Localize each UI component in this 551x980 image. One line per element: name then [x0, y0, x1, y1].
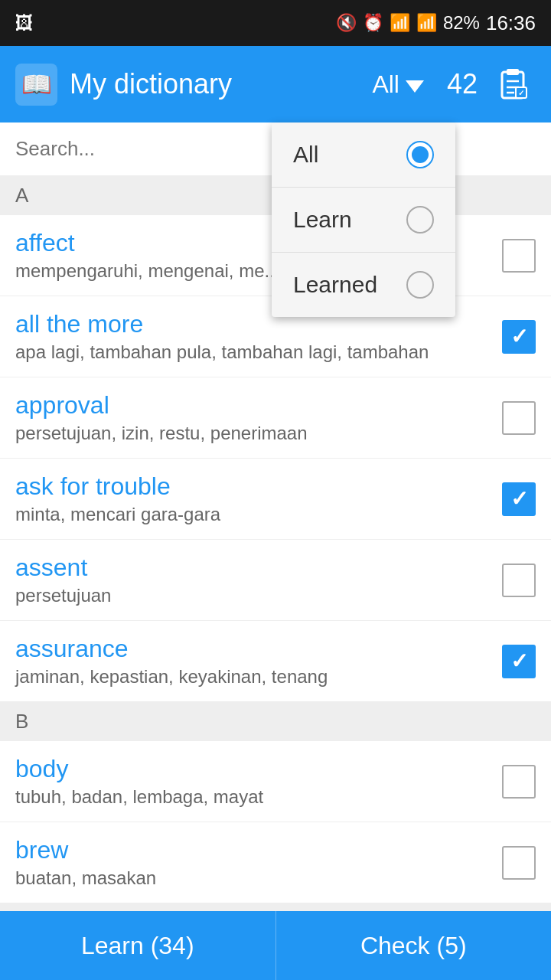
word-content: ask for trouble minta, mencari gara-gara [15, 472, 502, 525]
word-checkbox[interactable] [502, 564, 536, 597]
word-content: assurance jaminan, kepastian, keyakinan,… [15, 635, 502, 688]
radio-learn [406, 206, 434, 234]
word-translation: jaminan, kepastian, keyakinan, tenang [15, 666, 502, 688]
mute-icon: 🔇 [336, 13, 357, 33]
signal-icon: 📶 [416, 13, 437, 33]
clipboard-button[interactable]: ✓ [490, 61, 536, 107]
word-content: body tubuh, badan, lembaga, mayat [15, 755, 502, 808]
checkmark-icon: ✓ [510, 651, 528, 672]
word-title: assurance [15, 635, 502, 663]
radio-inner [412, 146, 429, 163]
clipboard-icon: ✓ [496, 67, 530, 101]
status-bar: 🖼 🔇 ⏰ 📶 📶 82% 16:36 [0, 0, 551, 46]
chevron-down-icon [406, 80, 424, 93]
radio-learned [406, 271, 434, 299]
word-title: assent [15, 554, 502, 582]
word-count: 42 [447, 68, 478, 100]
word-checkbox[interactable] [502, 846, 536, 880]
filter-label: All [372, 70, 399, 99]
wifi-icon: 📶 [390, 13, 410, 33]
word-content: assent persetujuan [15, 554, 502, 606]
check-button-label: Check (5) [360, 932, 467, 960]
status-left: 🖼 [15, 12, 34, 34]
filter-option-learned[interactable]: Learned [272, 253, 455, 317]
bottom-bar: Learn (34) Check (5) [0, 911, 551, 980]
word-translation: tubuh, badan, lembaga, mayat [15, 786, 502, 808]
word-checkbox[interactable] [502, 765, 536, 799]
list-item[interactable]: body tubuh, badan, lembaga, mayat [0, 741, 551, 822]
filter-learn-label: Learn [293, 207, 352, 233]
word-checkbox[interactable] [502, 401, 536, 435]
check-button[interactable]: Check (5) [276, 911, 552, 980]
learn-button-label: Learn (34) [81, 932, 194, 960]
svg-rect-1 [507, 69, 519, 75]
image-icon: 🖼 [15, 12, 34, 34]
word-title: approval [15, 391, 502, 420]
word-content: brew buatan, masakan [15, 836, 502, 889]
filter-learned-label: Learned [293, 272, 377, 298]
filter-all-label: All [293, 142, 318, 168]
filter-dropdown[interactable]: All [372, 70, 424, 99]
list-item[interactable]: approval persetujuan, izin, restu, pener… [0, 377, 551, 459]
word-title: ask for trouble [15, 472, 502, 501]
time-display: 16:36 [486, 11, 536, 35]
word-translation: apa lagi, tambahan pula, tambahan lagi, … [15, 341, 502, 363]
word-translation: persetujuan, izin, restu, penerimaan [15, 423, 502, 444]
section-header-b: B [0, 702, 551, 741]
word-translation: minta, mencari gara-gara [15, 504, 502, 525]
word-checkbox[interactable] [502, 239, 536, 273]
book-icon: 📖 [21, 70, 52, 99]
word-checkbox[interactable]: ✓ [502, 320, 536, 354]
alarm-icon: ⏰ [363, 13, 383, 33]
list-item[interactable]: brew buatan, masakan [0, 822, 551, 903]
filter-dropdown-menu[interactable]: All Learn Learned [272, 122, 455, 317]
status-right: 🔇 ⏰ 📶 📶 82% 16:36 [336, 11, 536, 35]
word-title: body [15, 755, 502, 783]
list-item[interactable]: assent persetujuan [0, 540, 551, 621]
battery-text: 82% [443, 12, 480, 34]
word-translation: buatan, masakan [15, 867, 502, 889]
word-title: brew [15, 836, 502, 864]
list-item[interactable]: ask for trouble minta, mencari gara-gara… [0, 459, 551, 540]
svg-text:✓: ✓ [518, 89, 524, 97]
filter-option-all[interactable]: All [272, 122, 455, 188]
checkmark-icon: ✓ [510, 326, 528, 348]
app-logo: 📖 [15, 64, 57, 106]
word-content: approval persetujuan, izin, restu, pener… [15, 391, 502, 444]
section-letter-b: B [15, 710, 28, 733]
word-checkbox[interactable]: ✓ [502, 645, 536, 678]
header: 📖 My dictionary All 42 ✓ [0, 46, 551, 122]
word-checkbox[interactable]: ✓ [502, 482, 536, 516]
section-letter-a: A [15, 184, 28, 207]
word-translation: persetujuan [15, 585, 502, 606]
list-item[interactable]: assurance jaminan, kepastian, keyakinan,… [0, 621, 551, 702]
learn-button[interactable]: Learn (34) [0, 911, 276, 980]
section-header-c: C [0, 903, 551, 911]
filter-option-learn[interactable]: Learn [272, 188, 455, 253]
word-content: all the more apa lagi, tambahan pula, ta… [15, 310, 502, 363]
radio-all [406, 141, 434, 168]
page-title: My dictionary [70, 68, 372, 100]
checkmark-icon: ✓ [510, 488, 528, 510]
